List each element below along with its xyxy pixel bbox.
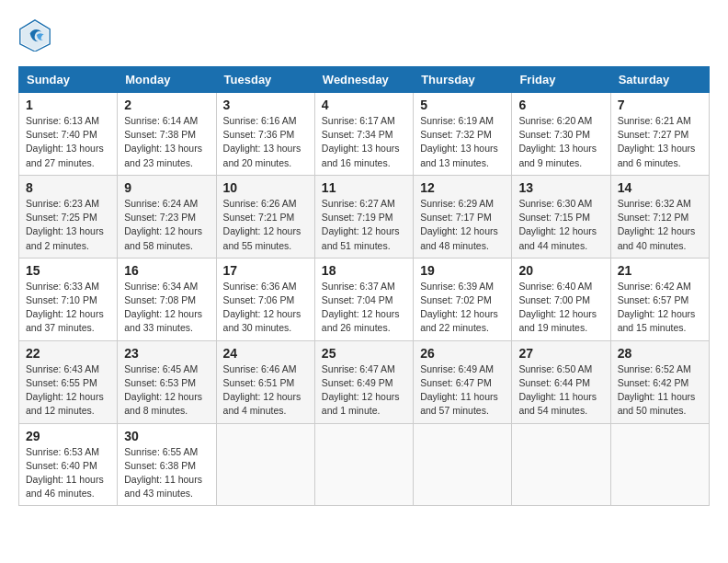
calendar-day-cell: 16 Sunrise: 6:34 AM Sunset: 7:08 PM Dayl… [118, 258, 216, 340]
day-info: Sunrise: 6:14 AM Sunset: 7:38 PM Dayligh… [124, 114, 209, 170]
calendar-day-cell [216, 423, 314, 506]
calendar-week-row: 22 Sunrise: 6:43 AM Sunset: 6:55 PM Dayl… [19, 340, 710, 423]
day-number: 19 [420, 263, 505, 278]
day-of-week-header: Wednesday [314, 67, 413, 93]
day-info: Sunrise: 6:27 AM Sunset: 7:19 PM Dayligh… [322, 197, 406, 253]
logo [18, 18, 57, 52]
day-number: 3 [223, 98, 308, 112]
day-number: 7 [618, 98, 702, 112]
calendar-day-cell [610, 423, 709, 506]
calendar-day-cell: 9 Sunrise: 6:24 AM Sunset: 7:23 PM Dayli… [118, 175, 216, 258]
day-info: Sunrise: 6:20 AM Sunset: 7:30 PM Dayligh… [518, 114, 603, 170]
day-info: Sunrise: 6:13 AM Sunset: 7:40 PM Dayligh… [26, 114, 110, 170]
calendar-day-cell: 17 Sunrise: 6:36 AM Sunset: 7:06 PM Dayl… [216, 258, 314, 340]
day-number: 5 [420, 98, 505, 112]
logo-icon [18, 18, 51, 52]
calendar-header-row: SundayMondayTuesdayWednesdayThursdayFrid… [19, 67, 710, 93]
day-number: 18 [322, 263, 406, 278]
day-number: 1 [26, 98, 110, 112]
day-info: Sunrise: 6:30 AM Sunset: 7:15 PM Dayligh… [518, 197, 603, 253]
day-info: Sunrise: 6:32 AM Sunset: 7:12 PM Dayligh… [618, 197, 702, 253]
day-info: Sunrise: 6:43 AM Sunset: 6:55 PM Dayligh… [26, 362, 110, 419]
day-info: Sunrise: 6:34 AM Sunset: 7:08 PM Dayligh… [124, 280, 209, 336]
calendar-day-cell: 4 Sunrise: 6:17 AM Sunset: 7:34 PM Dayli… [314, 93, 413, 176]
calendar-day-cell: 10 Sunrise: 6:26 AM Sunset: 7:21 PM Dayl… [216, 175, 314, 258]
day-of-week-header: Sunday [19, 67, 118, 93]
calendar-day-cell: 23 Sunrise: 6:45 AM Sunset: 6:53 PM Dayl… [118, 340, 216, 423]
day-info: Sunrise: 6:19 AM Sunset: 7:32 PM Dayligh… [420, 114, 505, 170]
day-of-week-header: Monday [118, 67, 216, 93]
page-header [18, 18, 710, 52]
day-number: 30 [124, 429, 209, 443]
day-info: Sunrise: 6:33 AM Sunset: 7:10 PM Dayligh… [26, 280, 110, 336]
day-number: 11 [322, 180, 406, 195]
day-number: 25 [322, 346, 406, 361]
calendar-day-cell: 30 Sunrise: 6:55 AM Sunset: 6:38 PM Dayl… [118, 423, 216, 506]
day-number: 12 [420, 180, 505, 195]
calendar-day-cell: 24 Sunrise: 6:46 AM Sunset: 6:51 PM Dayl… [216, 340, 314, 423]
day-number: 23 [124, 346, 209, 361]
day-info: Sunrise: 6:55 AM Sunset: 6:38 PM Dayligh… [124, 445, 209, 501]
day-number: 13 [518, 180, 603, 195]
day-info: Sunrise: 6:21 AM Sunset: 7:27 PM Dayligh… [618, 114, 702, 170]
day-of-week-header: Tuesday [216, 67, 314, 93]
calendar-day-cell: 27 Sunrise: 6:50 AM Sunset: 6:44 PM Dayl… [512, 340, 610, 423]
calendar-day-cell: 28 Sunrise: 6:52 AM Sunset: 6:42 PM Dayl… [610, 340, 709, 423]
day-info: Sunrise: 6:52 AM Sunset: 6:42 PM Dayligh… [618, 362, 702, 419]
calendar-day-cell: 11 Sunrise: 6:27 AM Sunset: 7:19 PM Dayl… [314, 175, 413, 258]
day-number: 10 [223, 180, 308, 195]
calendar-day-cell: 3 Sunrise: 6:16 AM Sunset: 7:36 PM Dayli… [216, 93, 314, 176]
calendar-day-cell [512, 423, 610, 506]
day-of-week-header: Saturday [610, 67, 709, 93]
day-number: 17 [223, 263, 308, 278]
day-number: 22 [26, 346, 110, 361]
day-info: Sunrise: 6:16 AM Sunset: 7:36 PM Dayligh… [223, 114, 308, 170]
day-info: Sunrise: 6:40 AM Sunset: 7:00 PM Dayligh… [518, 280, 603, 336]
day-info: Sunrise: 6:37 AM Sunset: 7:04 PM Dayligh… [322, 280, 406, 336]
calendar-day-cell: 22 Sunrise: 6:43 AM Sunset: 6:55 PM Dayl… [19, 340, 118, 423]
day-info: Sunrise: 6:17 AM Sunset: 7:34 PM Dayligh… [322, 114, 406, 170]
day-info: Sunrise: 6:50 AM Sunset: 6:44 PM Dayligh… [518, 362, 603, 419]
calendar-day-cell [314, 423, 413, 506]
day-number: 6 [518, 98, 603, 112]
day-number: 27 [518, 346, 603, 361]
day-info: Sunrise: 6:39 AM Sunset: 7:02 PM Dayligh… [420, 280, 505, 336]
day-info: Sunrise: 6:47 AM Sunset: 6:49 PM Dayligh… [322, 362, 406, 419]
calendar-day-cell [414, 423, 512, 506]
day-info: Sunrise: 6:42 AM Sunset: 6:57 PM Dayligh… [618, 280, 702, 336]
day-info: Sunrise: 6:49 AM Sunset: 6:47 PM Dayligh… [420, 362, 505, 419]
calendar-day-cell: 21 Sunrise: 6:42 AM Sunset: 6:57 PM Dayl… [610, 258, 709, 340]
day-number: 14 [618, 180, 702, 195]
calendar-day-cell: 15 Sunrise: 6:33 AM Sunset: 7:10 PM Dayl… [19, 258, 118, 340]
calendar-day-cell: 26 Sunrise: 6:49 AM Sunset: 6:47 PM Dayl… [414, 340, 512, 423]
calendar-day-cell: 18 Sunrise: 6:37 AM Sunset: 7:04 PM Dayl… [314, 258, 413, 340]
day-number: 8 [26, 180, 110, 195]
calendar-day-cell: 12 Sunrise: 6:29 AM Sunset: 7:17 PM Dayl… [414, 175, 512, 258]
day-number: 26 [420, 346, 505, 361]
day-info: Sunrise: 6:53 AM Sunset: 6:40 PM Dayligh… [26, 445, 110, 501]
day-info: Sunrise: 6:45 AM Sunset: 6:53 PM Dayligh… [124, 362, 209, 419]
day-number: 2 [124, 98, 209, 112]
calendar-day-cell: 20 Sunrise: 6:40 AM Sunset: 7:00 PM Dayl… [512, 258, 610, 340]
day-info: Sunrise: 6:23 AM Sunset: 7:25 PM Dayligh… [26, 197, 110, 253]
calendar-week-row: 29 Sunrise: 6:53 AM Sunset: 6:40 PM Dayl… [19, 423, 710, 506]
calendar-day-cell: 6 Sunrise: 6:20 AM Sunset: 7:30 PM Dayli… [512, 93, 610, 176]
day-of-week-header: Thursday [414, 67, 512, 93]
calendar-table: SundayMondayTuesdayWednesdayThursdayFrid… [18, 66, 710, 506]
calendar-week-row: 1 Sunrise: 6:13 AM Sunset: 7:40 PM Dayli… [19, 93, 710, 176]
calendar-day-cell: 5 Sunrise: 6:19 AM Sunset: 7:32 PM Dayli… [414, 93, 512, 176]
day-info: Sunrise: 6:26 AM Sunset: 7:21 PM Dayligh… [223, 197, 308, 253]
calendar-day-cell: 7 Sunrise: 6:21 AM Sunset: 7:27 PM Dayli… [610, 93, 709, 176]
day-number: 21 [618, 263, 702, 278]
calendar-week-row: 15 Sunrise: 6:33 AM Sunset: 7:10 PM Dayl… [19, 258, 710, 340]
day-info: Sunrise: 6:24 AM Sunset: 7:23 PM Dayligh… [124, 197, 209, 253]
day-number: 9 [124, 180, 209, 195]
calendar-day-cell: 29 Sunrise: 6:53 AM Sunset: 6:40 PM Dayl… [19, 423, 118, 506]
calendar-day-cell: 13 Sunrise: 6:30 AM Sunset: 7:15 PM Dayl… [512, 175, 610, 258]
day-info: Sunrise: 6:36 AM Sunset: 7:06 PM Dayligh… [223, 280, 308, 336]
day-number: 15 [26, 263, 110, 278]
calendar-day-cell: 2 Sunrise: 6:14 AM Sunset: 7:38 PM Dayli… [118, 93, 216, 176]
calendar-day-cell: 19 Sunrise: 6:39 AM Sunset: 7:02 PM Dayl… [414, 258, 512, 340]
day-number: 20 [518, 263, 603, 278]
day-number: 28 [618, 346, 702, 361]
